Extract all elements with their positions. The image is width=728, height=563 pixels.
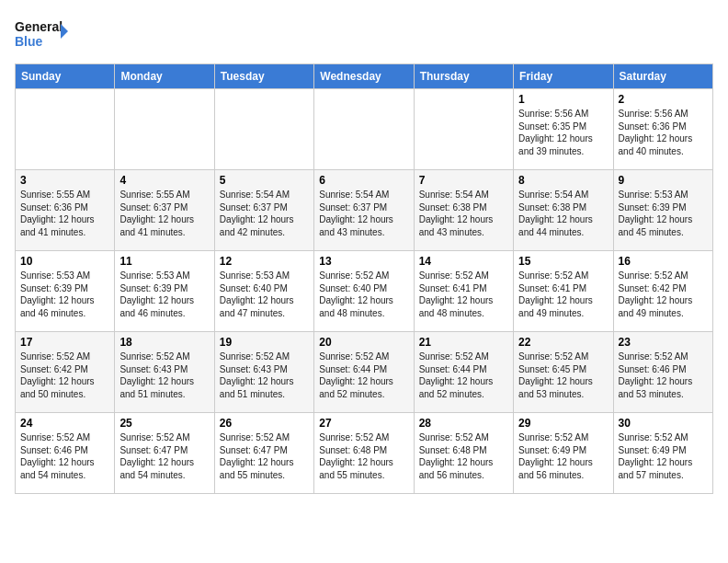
day-number: 7 [419,174,508,187]
day-number: 16 [619,255,708,268]
day-number: 21 [419,336,508,349]
calendar-cell: 17Sunrise: 5:52 AM Sunset: 6:42 PM Dayli… [16,332,115,413]
day-number: 29 [518,417,608,430]
svg-text:Blue: Blue [15,34,43,49]
calendar-week-row: 1Sunrise: 5:56 AM Sunset: 6:35 PM Daylig… [16,89,713,170]
day-info: Sunrise: 5:52 AM Sunset: 6:40 PM Dayligh… [319,270,408,319]
calendar-cell [16,89,115,170]
calendar-week-row: 10Sunrise: 5:53 AM Sunset: 6:39 PM Dayli… [16,251,713,332]
day-info: Sunrise: 5:54 AM Sunset: 6:38 PM Dayligh… [518,189,608,238]
day-number: 30 [619,417,708,430]
day-number: 17 [20,336,109,349]
calendar-cell [115,89,214,170]
weekday-header-thursday: Thursday [414,64,513,89]
day-info: Sunrise: 5:52 AM Sunset: 6:41 PM Dayligh… [518,270,608,319]
day-info: Sunrise: 5:56 AM Sunset: 6:35 PM Dayligh… [518,108,608,157]
day-number: 15 [518,255,608,268]
day-info: Sunrise: 5:54 AM Sunset: 6:38 PM Dayligh… [419,189,508,238]
calendar-cell: 13Sunrise: 5:52 AM Sunset: 6:40 PM Dayli… [314,251,414,332]
calendar-cell [214,89,313,170]
calendar-cell [414,89,513,170]
calendar-cell: 4Sunrise: 5:55 AM Sunset: 6:37 PM Daylig… [115,170,214,251]
calendar-cell: 3Sunrise: 5:55 AM Sunset: 6:36 PM Daylig… [16,170,115,251]
day-number: 18 [119,336,209,349]
calendar-cell: 5Sunrise: 5:54 AM Sunset: 6:37 PM Daylig… [214,170,313,251]
day-info: Sunrise: 5:52 AM Sunset: 6:45 PM Dayligh… [518,350,608,400]
day-info: Sunrise: 5:55 AM Sunset: 6:37 PM Dayligh… [119,189,209,238]
day-number: 13 [319,255,408,268]
day-number: 20 [319,336,408,349]
weekday-header-row: SundayMondayTuesdayWednesdayThursdayFrid… [16,64,713,89]
day-info: Sunrise: 5:56 AM Sunset: 6:36 PM Dayligh… [619,108,708,157]
calendar-body: 1Sunrise: 5:56 AM Sunset: 6:35 PM Daylig… [16,89,713,494]
day-number: 19 [220,336,309,349]
day-number: 10 [20,255,109,268]
weekday-header-saturday: Saturday [613,64,712,89]
calendar-cell: 24Sunrise: 5:52 AM Sunset: 6:46 PM Dayli… [16,413,115,494]
day-info: Sunrise: 5:52 AM Sunset: 6:42 PM Dayligh… [20,350,109,400]
day-info: Sunrise: 5:52 AM Sunset: 6:41 PM Dayligh… [419,270,508,319]
calendar-cell: 29Sunrise: 5:52 AM Sunset: 6:49 PM Dayli… [514,413,613,494]
day-info: Sunrise: 5:53 AM Sunset: 6:39 PM Dayligh… [119,270,209,319]
calendar-cell: 8Sunrise: 5:54 AM Sunset: 6:38 PM Daylig… [514,170,613,251]
calendar-cell: 9Sunrise: 5:53 AM Sunset: 6:39 PM Daylig… [613,170,712,251]
calendar-cell: 1Sunrise: 5:56 AM Sunset: 6:35 PM Daylig… [514,89,613,170]
header: General Blue [15,15,713,56]
calendar-cell: 15Sunrise: 5:52 AM Sunset: 6:41 PM Dayli… [514,251,613,332]
day-info: Sunrise: 5:52 AM Sunset: 6:42 PM Dayligh… [619,270,708,319]
day-info: Sunrise: 5:52 AM Sunset: 6:49 PM Dayligh… [518,431,608,481]
day-info: Sunrise: 5:53 AM Sunset: 6:40 PM Dayligh… [220,270,309,319]
calendar-week-row: 24Sunrise: 5:52 AM Sunset: 6:46 PM Dayli… [16,413,713,494]
day-number: 28 [419,417,508,430]
weekday-header-monday: Monday [115,64,214,89]
calendar-cell: 10Sunrise: 5:53 AM Sunset: 6:39 PM Dayli… [16,251,115,332]
calendar-cell: 22Sunrise: 5:52 AM Sunset: 6:45 PM Dayli… [514,332,613,413]
calendar-cell: 7Sunrise: 5:54 AM Sunset: 6:38 PM Daylig… [414,170,513,251]
calendar-cell: 30Sunrise: 5:52 AM Sunset: 6:49 PM Dayli… [613,413,712,494]
day-number: 4 [119,174,209,187]
svg-marker-2 [61,24,68,39]
calendar-cell: 21Sunrise: 5:52 AM Sunset: 6:44 PM Dayli… [414,332,513,413]
day-info: Sunrise: 5:52 AM Sunset: 6:43 PM Dayligh… [220,350,309,400]
day-info: Sunrise: 5:53 AM Sunset: 6:39 PM Dayligh… [20,270,109,319]
day-info: Sunrise: 5:52 AM Sunset: 6:43 PM Dayligh… [119,350,209,400]
calendar-cell: 27Sunrise: 5:52 AM Sunset: 6:48 PM Dayli… [314,413,414,494]
day-info: Sunrise: 5:52 AM Sunset: 6:48 PM Dayligh… [419,431,508,481]
calendar-cell: 2Sunrise: 5:56 AM Sunset: 6:36 PM Daylig… [613,89,712,170]
day-info: Sunrise: 5:53 AM Sunset: 6:39 PM Dayligh… [619,189,708,238]
day-info: Sunrise: 5:52 AM Sunset: 6:47 PM Dayligh… [119,431,209,481]
day-number: 8 [518,174,608,187]
day-number: 9 [619,174,708,187]
day-info: Sunrise: 5:52 AM Sunset: 6:47 PM Dayligh… [220,431,309,481]
day-number: 5 [220,174,309,187]
calendar-cell: 14Sunrise: 5:52 AM Sunset: 6:41 PM Dayli… [414,251,513,332]
calendar-cell: 12Sunrise: 5:53 AM Sunset: 6:40 PM Dayli… [214,251,313,332]
day-info: Sunrise: 5:52 AM Sunset: 6:44 PM Dayligh… [319,350,408,400]
day-info: Sunrise: 5:52 AM Sunset: 6:48 PM Dayligh… [319,431,408,481]
day-number: 24 [20,417,109,430]
day-number: 14 [419,255,508,268]
day-info: Sunrise: 5:55 AM Sunset: 6:36 PM Dayligh… [20,189,109,238]
calendar-cell: 11Sunrise: 5:53 AM Sunset: 6:39 PM Dayli… [115,251,214,332]
day-number: 23 [619,336,708,349]
day-info: Sunrise: 5:52 AM Sunset: 6:46 PM Dayligh… [20,431,109,481]
calendar-cell: 23Sunrise: 5:52 AM Sunset: 6:46 PM Dayli… [613,332,712,413]
day-number: 1 [518,93,608,106]
day-number: 2 [619,93,708,106]
day-number: 11 [119,255,209,268]
day-info: Sunrise: 5:52 AM Sunset: 6:46 PM Dayligh… [619,350,708,400]
calendar-week-row: 3Sunrise: 5:55 AM Sunset: 6:36 PM Daylig… [16,170,713,251]
calendar-table: SundayMondayTuesdayWednesdayThursdayFrid… [15,63,713,494]
weekday-header-friday: Friday [514,64,613,89]
calendar-cell: 16Sunrise: 5:52 AM Sunset: 6:42 PM Dayli… [613,251,712,332]
calendar-cell: 28Sunrise: 5:52 AM Sunset: 6:48 PM Dayli… [414,413,513,494]
day-number: 6 [319,174,408,187]
calendar-cell: 18Sunrise: 5:52 AM Sunset: 6:43 PM Dayli… [115,332,214,413]
logo: General Blue [15,15,70,56]
day-info: Sunrise: 5:52 AM Sunset: 6:49 PM Dayligh… [619,431,708,481]
calendar-header: SundayMondayTuesdayWednesdayThursdayFrid… [16,64,713,89]
day-number: 26 [220,417,309,430]
weekday-header-tuesday: Tuesday [214,64,313,89]
calendar-cell: 6Sunrise: 5:54 AM Sunset: 6:37 PM Daylig… [314,170,414,251]
calendar-cell: 26Sunrise: 5:52 AM Sunset: 6:47 PM Dayli… [214,413,313,494]
